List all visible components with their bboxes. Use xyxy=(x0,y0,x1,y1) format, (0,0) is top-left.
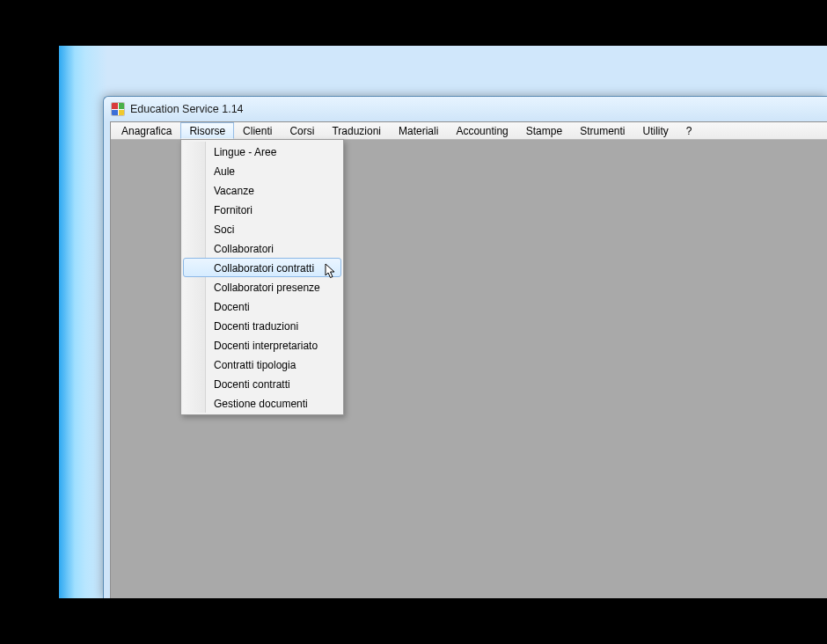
menu-help[interactable]: ? xyxy=(677,122,701,139)
menuitem-docenti-contratti[interactable]: Docenti contratti xyxy=(183,374,341,393)
letterbox: Education Service 1.14 Anagrafica Risors… xyxy=(0,0,827,644)
menu-risorse[interactable]: Risorse xyxy=(180,122,234,139)
menu-stampe[interactable]: Stampe xyxy=(517,122,571,139)
menuitem-contratti-tipologia[interactable]: Contratti tipologia xyxy=(183,355,341,374)
menu-strumenti[interactable]: Strumenti xyxy=(571,122,633,139)
menubar: Anagrafica Risorse Clienti Corsi Traduzi… xyxy=(111,122,827,140)
menu-corsi[interactable]: Corsi xyxy=(281,122,323,139)
desktop-background: Education Service 1.14 Anagrafica Risors… xyxy=(59,46,827,598)
app-icon xyxy=(111,102,125,116)
menuitem-collaboratori[interactable]: Collaboratori xyxy=(183,238,341,258)
menu-materiali[interactable]: Materiali xyxy=(390,122,447,139)
menuitem-docenti-interpretariato[interactable]: Docenti interpretariato xyxy=(183,335,341,355)
menuitem-lingue-aree[interactable]: Lingue - Aree xyxy=(183,142,341,161)
window-title: Education Service 1.14 xyxy=(130,103,244,115)
menuitem-collaboratori-contratti[interactable]: Collaboratori contratti xyxy=(183,258,341,277)
menuitem-vacanze[interactable]: Vacanze xyxy=(183,180,341,200)
menuitem-fornitori[interactable]: Fornitori xyxy=(183,200,341,219)
app-window: Education Service 1.14 Anagrafica Risors… xyxy=(103,96,827,598)
menu-anagrafica[interactable]: Anagrafica xyxy=(113,122,180,139)
client-area: Anagrafica Risorse Clienti Corsi Traduzi… xyxy=(110,121,827,598)
menuitem-docenti-traduzioni[interactable]: Docenti traduzioni xyxy=(183,316,341,335)
titlebar[interactable]: Education Service 1.14 xyxy=(104,97,827,121)
dropdown-risorse: Lingue - Aree Aule Vacanze Fornitori Soc… xyxy=(180,139,344,415)
menuitem-soci[interactable]: Soci xyxy=(183,219,341,238)
menu-traduzioni[interactable]: Traduzioni xyxy=(323,122,390,139)
menuitem-collaboratori-presenze[interactable]: Collaboratori presenze xyxy=(183,277,341,296)
menu-clienti[interactable]: Clienti xyxy=(234,122,281,139)
menu-accounting[interactable]: Accounting xyxy=(447,122,516,139)
menuitem-docenti[interactable]: Docenti xyxy=(183,296,341,316)
menuitem-aule[interactable]: Aule xyxy=(183,161,341,180)
menuitem-gestione-documenti[interactable]: Gestione documenti xyxy=(183,393,341,413)
menu-utility[interactable]: Utility xyxy=(633,122,677,139)
